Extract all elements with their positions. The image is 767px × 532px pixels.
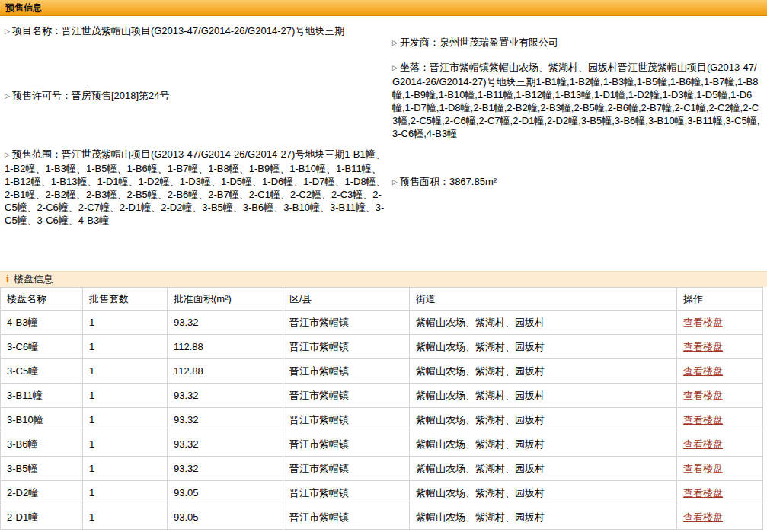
column-header-building-name: 楼盘名称 — [1, 288, 83, 311]
view-building-link[interactable]: 查看楼盘 — [683, 390, 723, 401]
presale-scope-value: 晋江世茂紫帽山项目(G2013-47/G2014-26/G2014-27)号地块… — [5, 148, 386, 226]
table-header-row: 楼盘名称 批售套数 批准面积(m²) 区/县 街道 操作 — [1, 288, 763, 311]
table-cell: 晋江市紫帽镇 — [283, 432, 410, 457]
table-cell: 3-B6幢 — [1, 432, 83, 457]
table-cell: 晋江市紫帽镇 — [283, 311, 410, 335]
table-cell: 紫帽山农场、紫湖村、园坂村 — [410, 457, 677, 481]
table-cell: 1 — [83, 505, 168, 530]
info-item-presale-scope: ▷预售范围：晋江世茂紫帽山项目(G2013-47/G2014-26/G2014-… — [5, 148, 386, 227]
view-building-link[interactable]: 查看楼盘 — [683, 438, 723, 450]
column-header-approved-area: 批准面积(m²) — [168, 288, 283, 311]
table-row: 3-B10幢193.32晋江市紫帽镇紫帽山农场、紫湖村、园坂村查看楼盘 — [1, 408, 763, 432]
view-building-link[interactable]: 查看楼盘 — [683, 317, 723, 328]
table-row: 3-B6幢193.32晋江市紫帽镇紫帽山农场、紫湖村、园坂村查看楼盘 — [1, 432, 763, 457]
table-cell: 3-C6幢 — [1, 335, 83, 359]
info-right-column: ▷开发商：泉州世茂瑞盈置业有限公司 ▷坐落：晋江市紫帽镇紫帽山农场、紫湖村、园坂… — [392, 18, 762, 268]
page-header-bar: 预售信息 — [0, 0, 767, 16]
presale-area-value: 3867.85m² — [449, 176, 497, 187]
table-cell: 晋江市紫帽镇 — [283, 384, 410, 408]
project-name-label: 项目名称： — [12, 25, 62, 37]
table-cell: 1 — [83, 408, 168, 432]
table-cell: 112.88 — [168, 359, 283, 384]
arrow-bullet-icon: ▷ — [5, 151, 10, 158]
table-body: 4-B3幢193.32晋江市紫帽镇紫帽山农场、紫湖村、园坂村查看楼盘3-C6幢1… — [1, 311, 763, 530]
arrow-bullet-icon: ▷ — [392, 64, 398, 72]
table-cell: 93.32 — [168, 384, 283, 408]
column-header-action: 操作 — [677, 288, 763, 311]
view-building-link[interactable]: 查看楼盘 — [683, 414, 723, 425]
table-cell: 紫帽山农场、紫湖村、园坂村 — [410, 481, 677, 505]
table-cell: 晋江市紫帽镇 — [283, 359, 410, 384]
table-cell-action: 查看楼盘 — [677, 359, 763, 384]
project-name-value: 晋江世茂紫帽山项目(G2013-47/G2014-26/G2014-27)号地块… — [62, 25, 344, 37]
table-cell: 1 — [83, 311, 168, 335]
table-cell: 1 — [83, 481, 168, 505]
table-cell: 3-B5幢 — [1, 457, 83, 481]
table-cell: 93.32 — [168, 457, 283, 481]
table-row: 3-B11幢193.32晋江市紫帽镇紫帽山农场、紫湖村、园坂村查看楼盘 — [1, 384, 763, 408]
table-cell: 93.32 — [168, 311, 283, 335]
info-item-presale-license: ▷预售许可号：晋房预售[2018]第24号 — [5, 89, 386, 104]
view-building-link[interactable]: 查看楼盘 — [683, 487, 723, 499]
page-title: 预售信息 — [5, 2, 42, 14]
info-item-location: ▷坐落：晋江市紫帽镇紫帽山农场、紫湖村、园坂村晋江世茂紫帽山项目(G2013-4… — [392, 61, 762, 140]
table-cell: 93.32 — [168, 408, 283, 432]
table-row: 3-B5幢193.32晋江市紫帽镇紫帽山农场、紫湖村、园坂村查看楼盘 — [1, 457, 763, 481]
view-building-link[interactable]: 查看楼盘 — [683, 365, 723, 377]
table-cell: 3-B10幢 — [1, 408, 83, 432]
table-cell: 晋江市紫帽镇 — [283, 481, 410, 505]
arrow-bullet-icon: ▷ — [5, 92, 10, 100]
table-row: 3-C5幢1112.88晋江市紫帽镇紫帽山农场、紫湖村、园坂村查看楼盘 — [1, 359, 763, 384]
presale-license-label: 预售许可号： — [12, 90, 72, 101]
info-left-column: ▷项目名称：晋江世茂紫帽山项目(G2013-47/G2014-26/G2014-… — [5, 18, 386, 268]
arrow-bullet-icon: ▷ — [392, 178, 398, 186]
table-cell: 紫帽山农场、紫湖村、园坂村 — [410, 311, 677, 335]
table-cell: 4-B3幢 — [1, 311, 83, 335]
info-item-presale-area: ▷预售面积：3867.85m² — [392, 175, 762, 190]
building-table: 楼盘名称 批售套数 批准面积(m²) 区/县 街道 操作 4-B3幢193.32… — [0, 287, 763, 530]
table-cell: 93.32 — [168, 432, 283, 457]
location-label: 坐落： — [400, 62, 430, 73]
table-cell: 1 — [83, 335, 168, 359]
table-cell-action: 查看楼盘 — [677, 457, 763, 481]
table-cell-action: 查看楼盘 — [677, 384, 763, 408]
arrow-bullet-icon: ▷ — [5, 27, 10, 35]
table-cell: 3-C5幢 — [1, 359, 83, 384]
table-cell: 紫帽山农场、紫湖村、园坂村 — [410, 335, 677, 359]
table-row: 2-D1幢193.05晋江市紫帽镇紫帽山农场、紫湖村、园坂村查看楼盘 — [1, 505, 763, 530]
table-cell: 93.05 — [168, 505, 283, 530]
table-cell: 紫帽山农场、紫湖村、园坂村 — [410, 359, 677, 384]
table-cell: 2-D2幢 — [1, 481, 83, 505]
developer-label: 开发商： — [400, 37, 439, 48]
presale-scope-label: 预售范围： — [12, 148, 62, 160]
presale-license-value: 晋房预售[2018]第24号 — [72, 90, 170, 101]
table-row: 2-D2幢193.05晋江市紫帽镇紫帽山农场、紫湖村、园坂村查看楼盘 — [1, 481, 763, 505]
table-cell: 93.05 — [168, 481, 283, 505]
table-cell: 3-B11幢 — [1, 384, 83, 408]
column-header-street: 街道 — [410, 288, 677, 311]
building-info-section-bar: i 楼盘信息 — [0, 271, 767, 287]
table-cell: 紫帽山农场、紫湖村、园坂村 — [410, 432, 677, 457]
table-cell-action: 查看楼盘 — [677, 432, 763, 457]
presale-info-section: ▷项目名称：晋江世茂紫帽山项目(G2013-47/G2014-26/G2014-… — [0, 16, 767, 271]
table-cell: 晋江市紫帽镇 — [283, 408, 410, 432]
info-icon: i — [6, 274, 9, 285]
table-cell: 晋江市紫帽镇 — [283, 505, 410, 530]
table-cell: 1 — [83, 359, 168, 384]
view-building-link[interactable]: 查看楼盘 — [683, 341, 723, 352]
table-cell: 2-D1幢 — [1, 505, 83, 530]
table-cell-action: 查看楼盘 — [677, 481, 763, 505]
arrow-bullet-icon: ▷ — [392, 39, 398, 46]
table-cell: 晋江市紫帽镇 — [283, 457, 410, 481]
view-building-link[interactable]: 查看楼盘 — [683, 511, 723, 523]
presale-area-label: 预售面积： — [400, 176, 449, 187]
table-cell-action: 查看楼盘 — [677, 505, 763, 530]
view-building-link[interactable]: 查看楼盘 — [683, 463, 723, 474]
table-cell: 晋江市紫帽镇 — [283, 335, 410, 359]
table-cell: 紫帽山农场、紫湖村、园坂村 — [410, 384, 677, 408]
table-cell-action: 查看楼盘 — [677, 408, 763, 432]
table-cell: 紫帽山农场、紫湖村、园坂村 — [410, 408, 677, 432]
info-item-project-name: ▷项目名称：晋江世茂紫帽山项目(G2013-47/G2014-26/G2014-… — [5, 24, 386, 39]
table-row: 3-C6幢1112.88晋江市紫帽镇紫帽山农场、紫湖村、园坂村查看楼盘 — [1, 335, 763, 359]
table-cell: 112.88 — [168, 335, 283, 359]
